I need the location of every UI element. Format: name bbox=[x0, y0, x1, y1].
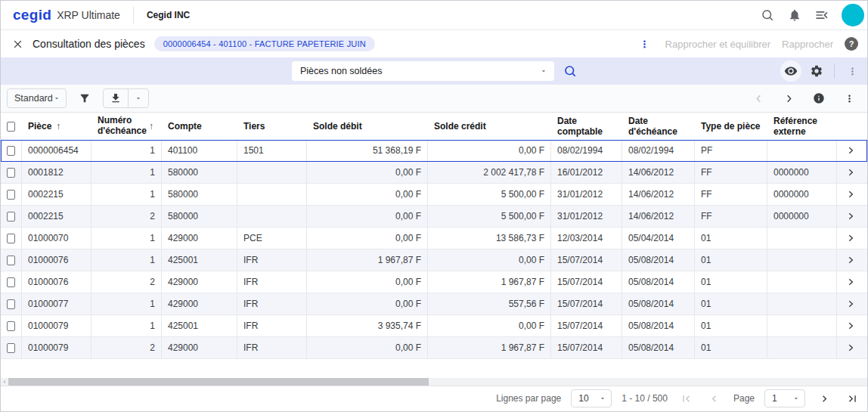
column-header-solde-credit[interactable]: Solde crédit bbox=[428, 113, 551, 140]
chevron-down-icon bbox=[792, 395, 800, 402]
table-row[interactable]: 01000070 1 429000 PCE 0,00 F 13 586,73 F… bbox=[1, 228, 867, 249]
cell-num: 1 bbox=[91, 293, 162, 314]
row-checkbox[interactable] bbox=[7, 321, 15, 331]
cell-ref bbox=[767, 271, 837, 293]
table-row[interactable]: 0000006454 1 401100 1501 51 368,19 F 0,0… bbox=[1, 140, 867, 162]
chevron-down-icon bbox=[53, 94, 60, 102]
export-split-button bbox=[103, 88, 149, 108]
row-checkbox[interactable] bbox=[7, 277, 15, 287]
table-row[interactable]: 0001812 1 580000 0,00 F 2 002 417,78 F 1… bbox=[1, 162, 867, 184]
toolbar-kebab-icon[interactable] bbox=[840, 89, 858, 107]
cell-credit: 0,00 F bbox=[428, 249, 551, 271]
cell-tiers: IFR bbox=[237, 271, 307, 293]
cell-num: 1 bbox=[91, 184, 162, 205]
row-checkbox[interactable] bbox=[7, 212, 15, 221]
filter-funnel-icon[interactable] bbox=[76, 89, 94, 107]
column-header-piece[interactable]: Pièce ↑ bbox=[22, 113, 91, 140]
row-open-button[interactable] bbox=[837, 249, 863, 271]
cell-num: 1 bbox=[91, 228, 162, 249]
row-open-button[interactable] bbox=[837, 337, 863, 358]
horizontal-scrollbar[interactable]: ‹ bbox=[1, 378, 867, 386]
page-dropdown[interactable]: 1 bbox=[764, 389, 805, 407]
kebab-menu-icon[interactable] bbox=[636, 35, 654, 53]
cell-type: PF bbox=[695, 140, 767, 161]
row-chevron-right-icon bbox=[845, 277, 856, 287]
column-header-tiers[interactable]: Tiers bbox=[237, 113, 307, 140]
column-header-date-comptable[interactable]: Date comptable bbox=[551, 113, 622, 140]
next-page-icon[interactable] bbox=[815, 389, 833, 407]
horizontal-scrollbar-thumb[interactable] bbox=[8, 378, 429, 386]
close-icon[interactable] bbox=[8, 35, 26, 53]
row-checkbox[interactable] bbox=[7, 343, 15, 353]
table-row[interactable]: 01000079 2 429000 IFR 0,00 F 1 967,87 F … bbox=[1, 337, 867, 359]
row-open-button[interactable] bbox=[837, 293, 863, 314]
select-all-checkbox[interactable] bbox=[7, 122, 15, 132]
row-checkbox[interactable] bbox=[7, 256, 15, 265]
next-record-icon[interactable] bbox=[780, 89, 798, 107]
column-header-compte[interactable]: Compte bbox=[162, 113, 237, 140]
rows-per-page-value: 10 bbox=[578, 393, 588, 404]
settings-gear-icon[interactable] bbox=[808, 62, 826, 80]
filter-dropdown-value: Pièces non soldées bbox=[300, 66, 382, 76]
column-header-type-piece[interactable]: Type de pièce bbox=[695, 113, 767, 140]
topbar-actions bbox=[758, 4, 864, 26]
row-checkbox[interactable] bbox=[7, 190, 15, 200]
row-checkbox[interactable] bbox=[7, 168, 15, 178]
app-window: cegid XRP Ultimate Cegid INC Consultatio… bbox=[0, 0, 868, 412]
table-row[interactable]: 01000077 1 429000 IFR 0,00 F 557,56 F 15… bbox=[1, 293, 867, 315]
user-avatar[interactable] bbox=[842, 4, 864, 26]
cell-date_comptable: 16/01/2012 bbox=[551, 162, 622, 183]
rows-per-page-dropdown[interactable]: 10 bbox=[571, 389, 612, 407]
scroll-left-icon[interactable]: ‹ bbox=[1, 378, 8, 386]
cell-debit: 0,00 F bbox=[307, 206, 428, 227]
column-header-date-echeance[interactable]: Date d'échéance bbox=[622, 113, 695, 140]
filter-search-icon[interactable] bbox=[563, 64, 577, 78]
export-options-caret-icon[interactable] bbox=[129, 89, 148, 107]
cell-ref bbox=[767, 293, 837, 314]
first-page-icon[interactable] bbox=[677, 389, 696, 407]
row-open-button[interactable] bbox=[837, 315, 863, 336]
row-open-button[interactable] bbox=[837, 162, 863, 183]
reconcile-button[interactable]: Rapprocher bbox=[782, 39, 833, 50]
row-checkbox[interactable] bbox=[7, 146, 15, 156]
previous-record-icon[interactable] bbox=[749, 89, 767, 107]
menu-open-icon[interactable] bbox=[813, 6, 831, 24]
cell-compte: 401100 bbox=[162, 140, 237, 161]
row-checkbox[interactable] bbox=[7, 234, 15, 243]
table-row[interactable]: 01000076 2 429000 IFR 0,00 F 1 967,87 F … bbox=[1, 271, 867, 293]
row-open-button[interactable] bbox=[837, 184, 863, 205]
reconcile-balance-button[interactable]: Rapprocher et équilibrer bbox=[665, 39, 770, 50]
visibility-eye-icon[interactable] bbox=[780, 60, 801, 82]
row-checkbox[interactable] bbox=[7, 299, 15, 309]
table-row[interactable]: 01000076 1 425001 IFR 1 967,87 F 0,00 F … bbox=[1, 249, 867, 271]
filterbar-kebab-icon[interactable] bbox=[843, 62, 861, 80]
cell-credit: 5 500,00 F bbox=[428, 206, 551, 227]
view-selector-dropdown[interactable]: Standard bbox=[7, 88, 67, 108]
cell-tiers bbox=[237, 206, 307, 227]
column-header-reference-externe[interactable]: Référence externe bbox=[767, 113, 837, 140]
notifications-bell-icon[interactable] bbox=[786, 6, 804, 24]
download-icon[interactable] bbox=[104, 89, 128, 107]
last-page-icon[interactable] bbox=[843, 389, 861, 407]
table-row[interactable]: 0002215 2 580000 0,00 F 5 500,00 F 31/01… bbox=[1, 206, 867, 228]
filter-dropdown[interactable]: Pièces non soldées bbox=[292, 61, 554, 81]
row-open-button[interactable] bbox=[837, 271, 863, 293]
help-icon[interactable]: ? bbox=[845, 37, 858, 51]
row-open-button[interactable] bbox=[837, 228, 863, 249]
previous-page-icon[interactable] bbox=[705, 389, 724, 407]
checkbox-cell bbox=[1, 184, 22, 205]
search-icon[interactable] bbox=[758, 6, 777, 24]
document-chip[interactable]: 0000006454 - 401100 - FACTURE PAPETERIE … bbox=[154, 36, 375, 51]
column-header-numero-echeance[interactable]: Numéro d'échéance ↑ bbox=[91, 113, 162, 140]
table-row[interactable]: 0002215 1 580000 0,00 F 5 500,00 F 31/01… bbox=[1, 184, 867, 206]
checkbox-cell bbox=[1, 271, 22, 293]
row-open-button[interactable] bbox=[837, 206, 863, 227]
cell-tiers: IFR bbox=[237, 249, 307, 271]
row-open-button[interactable] bbox=[837, 140, 863, 161]
title-bar: Consultation des pièces 0000006454 - 401… bbox=[1, 30, 867, 57]
info-icon[interactable] bbox=[810, 89, 828, 107]
column-header-solde-debit[interactable]: Solde débit bbox=[307, 113, 428, 140]
table-row[interactable]: 01000079 1 425001 IFR 3 935,74 F 0,00 F … bbox=[1, 315, 867, 337]
cell-credit: 2 002 417,78 F bbox=[428, 162, 551, 183]
cell-num: 1 bbox=[91, 140, 162, 161]
